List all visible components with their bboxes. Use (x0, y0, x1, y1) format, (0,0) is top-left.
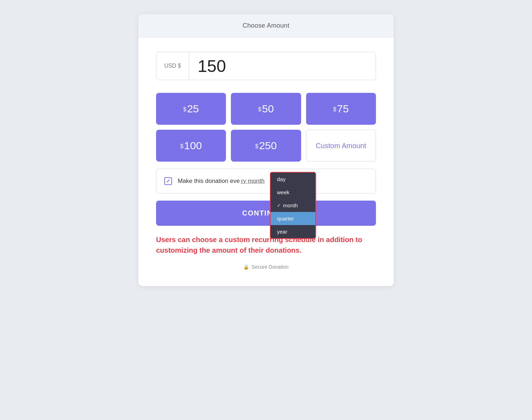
dropdown-item-week[interactable]: week (271, 186, 315, 199)
secure-label: Secure Donation (251, 264, 288, 270)
currency-super-4: $ (180, 144, 183, 149)
preset-amount-4: 100 (184, 140, 202, 152)
card-body: USD $ $ 25 $ 50 $ 75 $ 100 $ 250 (138, 38, 394, 286)
custom-amount-button[interactable]: Custom Amount (306, 130, 376, 162)
amount-input[interactable] (189, 56, 376, 76)
donation-card: Choose Amount USD $ $ 25 $ 50 $ 75 $ 100 (138, 14, 394, 286)
checkmark-icon: ✓ (166, 178, 171, 184)
dropdown-label-day: day (277, 176, 286, 182)
preset-amount-1: 25 (187, 103, 199, 115)
currency-super-3: $ (333, 107, 336, 112)
card-header: Choose Amount (138, 14, 394, 38)
currency-super-5: $ (255, 144, 259, 149)
preset-amount-5: 250 (259, 140, 277, 152)
preset-amount-3: 75 (337, 103, 349, 115)
preset-btn-75[interactable]: $ 75 (306, 93, 376, 125)
dropdown-label-quarter: quarter (277, 215, 294, 222)
dropdown-item-month[interactable]: month (271, 199, 315, 212)
custom-amount-label: Custom Amount (316, 141, 366, 150)
preset-btn-250[interactable]: $ 250 (231, 130, 301, 162)
lock-icon: 🔒 (243, 264, 249, 270)
frequency-dropdown-trigger[interactable]: ry month (241, 178, 265, 184)
dropdown-label-year: year (277, 229, 287, 235)
preset-btn-100[interactable]: $ 100 (156, 130, 226, 162)
recurring-checkbox[interactable]: ✓ (164, 177, 172, 185)
dropdown-item-year[interactable]: year (271, 225, 315, 238)
recurring-row: ✓ Make this donation every month day wee… (156, 169, 376, 194)
frequency-dropdown: day week month quarter year (270, 172, 316, 239)
currency-label: USD $ (156, 52, 189, 80)
continue-button[interactable]: CONTINUE › (156, 201, 376, 226)
preset-grid: $ 25 $ 50 $ 75 $ 100 $ 250 Custom Amount (156, 93, 376, 162)
recurring-text: Make this donation every month (178, 178, 265, 185)
amount-input-row: USD $ (156, 52, 376, 80)
dropdown-item-day[interactable]: day (271, 173, 315, 186)
dropdown-label-week: week (277, 189, 289, 195)
header-title: Choose Amount (243, 22, 289, 29)
preset-btn-50[interactable]: $ 50 (231, 93, 301, 125)
preset-amount-2: 50 (262, 103, 274, 115)
dropdown-label-month: month (283, 202, 298, 208)
dropdown-item-quarter[interactable]: quarter (271, 212, 315, 225)
currency-super-1: $ (183, 107, 187, 112)
annotation-text: Users can choose a custom recurring sche… (156, 234, 376, 256)
secure-row: 🔒 Secure Donation (156, 264, 376, 273)
preset-btn-25[interactable]: $ 25 (156, 93, 226, 125)
currency-super-2: $ (258, 107, 261, 112)
